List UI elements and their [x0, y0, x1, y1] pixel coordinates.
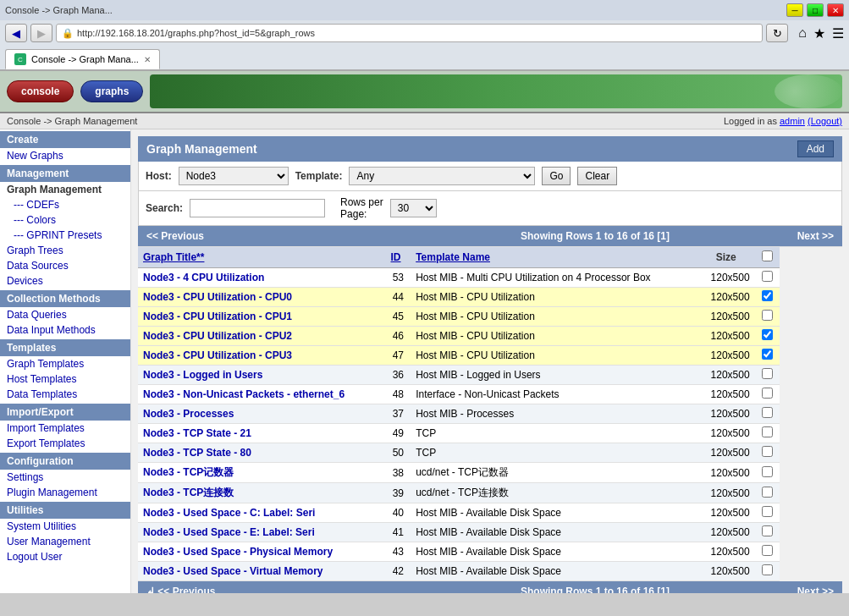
prev-link-top[interactable]: << Previous	[146, 230, 204, 242]
sidebar-item-graph-management[interactable]: Graph Management	[0, 182, 130, 197]
row-checkbox[interactable]	[762, 388, 773, 399]
sidebar-item-data-queries[interactable]: Data Queries	[0, 307, 130, 322]
admin-link[interactable]: admin	[780, 116, 805, 126]
cell-checkbox[interactable]	[755, 443, 780, 463]
refresh-button[interactable]: ↻	[766, 24, 788, 42]
graph-title-link[interactable]: Node3 - CPU Utilization - CPU1	[143, 311, 292, 322]
graph-title-link[interactable]: Node3 - TCP记数器	[143, 466, 234, 478]
cell-checkbox[interactable]	[755, 562, 780, 581]
sidebar-item-graph-trees[interactable]: Graph Trees	[0, 243, 130, 258]
graph-title-link[interactable]: Node3 - Used Space - Virtual Memory	[143, 565, 323, 577]
sidebar-item-host-templates[interactable]: Host Templates	[0, 371, 130, 387]
graph-title-link[interactable]: Node3 - TCP连接数	[143, 487, 234, 498]
row-checkbox[interactable]	[762, 506, 773, 517]
cell-checkbox[interactable]	[755, 327, 780, 346]
row-checkbox[interactable]	[762, 310, 773, 321]
cell-checkbox[interactable]	[755, 307, 780, 327]
sidebar-item-plugin-management[interactable]: Plugin Management	[0, 485, 130, 500]
graph-title-link[interactable]: Node3 - TCP State - 80	[143, 447, 251, 459]
cell-checkbox[interactable]	[755, 366, 780, 385]
forward-button[interactable]: ▶	[30, 24, 52, 42]
graph-title-link[interactable]: Node3 - Non-Unicast Packets - ethernet_6	[143, 388, 345, 400]
row-checkbox[interactable]	[762, 271, 773, 282]
cell-checkbox[interactable]	[755, 404, 780, 424]
cell-checkbox[interactable]	[755, 542, 780, 562]
search-input[interactable]	[190, 199, 325, 217]
row-checkbox[interactable]	[762, 487, 773, 498]
sidebar-item-data-sources[interactable]: Data Sources	[0, 258, 130, 273]
cell-checkbox[interactable]	[755, 463, 780, 483]
cell-checkbox[interactable]	[755, 523, 780, 542]
graph-title-link[interactable]: Node3 - CPU Utilization - CPU3	[143, 349, 292, 361]
sidebar-item-colors[interactable]: --- Colors	[0, 212, 130, 228]
add-button[interactable]: Add	[797, 140, 834, 157]
maximize-button[interactable]: □	[807, 3, 824, 17]
row-checkbox[interactable]	[762, 545, 773, 556]
graph-title-link[interactable]: Node3 - TCP State - 21	[143, 427, 251, 439]
graph-title-link[interactable]: Node3 - Used Space - E: Label: Seri	[143, 526, 315, 538]
row-checkbox[interactable]	[762, 446, 773, 457]
graph-title-link[interactable]: Node3 - CPU Utilization - CPU0	[143, 291, 292, 303]
graph-title-link[interactable]: Node3 - Logged in Users	[143, 369, 262, 381]
row-checkbox[interactable]	[762, 368, 773, 379]
clear-button[interactable]: Clear	[577, 167, 617, 185]
console-tab[interactable]: console	[7, 80, 74, 102]
cell-checkbox[interactable]	[755, 483, 780, 503]
sidebar-item-cdef[interactable]: --- CDEFs	[0, 197, 130, 212]
star-icon[interactable]: ★	[813, 25, 825, 41]
tab-graph-management[interactable]: C Console -> Graph Mana... ✕	[5, 49, 160, 69]
col-title-header[interactable]: Graph Title**	[138, 247, 386, 268]
row-checkbox[interactable]	[762, 407, 773, 418]
row-checkbox[interactable]	[762, 329, 773, 340]
rows-per-page-select[interactable]: 30 10 20 40 50	[390, 199, 437, 217]
tab-close-icon[interactable]: ✕	[144, 55, 151, 64]
cell-checkbox[interactable]	[755, 385, 780, 404]
sidebar-item-gprint[interactable]: --- GPRINT Presets	[0, 228, 130, 243]
col-id-header[interactable]: ID	[386, 247, 411, 268]
next-link-bottom[interactable]: Next >>	[797, 586, 834, 593]
address-bar[interactable]: 🔒 http://192.168.18.201/graphs.php?host_…	[56, 24, 763, 42]
template-select[interactable]: Any Host MIB - CPU Utilization Host MIB …	[349, 167, 535, 185]
row-checkbox[interactable]	[762, 564, 773, 575]
graphs-tab[interactable]: graphs	[80, 80, 143, 102]
sidebar-item-new-graphs[interactable]: New Graphs	[0, 148, 130, 163]
row-checkbox[interactable]	[762, 466, 773, 477]
next-link-top[interactable]: Next >>	[797, 230, 834, 242]
back-button[interactable]: ◀	[5, 24, 27, 42]
sidebar-item-system-utilities[interactable]: System Utilities	[0, 519, 130, 534]
menu-icon[interactable]: ☰	[832, 25, 844, 41]
row-checkbox[interactable]	[762, 525, 773, 536]
graph-title-link[interactable]: Node3 - 4 CPU Utilization	[143, 272, 264, 283]
logout-link[interactable]: (Logout)	[808, 116, 842, 126]
graph-title-link[interactable]: Node3 - CPU Utilization - CPU2	[143, 330, 292, 342]
close-button[interactable]: ✕	[827, 3, 844, 17]
graph-title-link[interactable]: Node3 - Used Space - Physical Memory	[143, 546, 333, 558]
sidebar-item-data-templates[interactable]: Data Templates	[0, 387, 130, 402]
sidebar-item-export-templates[interactable]: Export Templates	[0, 436, 130, 451]
select-all-checkbox[interactable]	[762, 250, 773, 261]
cell-checkbox[interactable]	[755, 346, 780, 366]
row-checkbox[interactable]	[762, 426, 773, 437]
sidebar-item-data-input-methods[interactable]: Data Input Methods	[0, 322, 130, 338]
sidebar-item-settings[interactable]: Settings	[0, 470, 130, 485]
sidebar-item-import-templates[interactable]: Import Templates	[0, 421, 130, 436]
graph-title-link[interactable]: Node3 - Used Space - C: Label: Seri	[143, 507, 315, 519]
minimize-button[interactable]: ─	[786, 3, 803, 17]
sidebar-item-logout-user[interactable]: Logout User	[0, 549, 130, 564]
row-checkbox[interactable]	[762, 290, 773, 301]
col-checkbox-header[interactable]	[755, 247, 780, 268]
sidebar-item-user-management[interactable]: User Management	[0, 534, 130, 549]
cell-checkbox[interactable]	[755, 503, 780, 523]
col-template-header[interactable]: Template Name	[411, 247, 697, 268]
cell-checkbox[interactable]	[755, 288, 780, 307]
row-checkbox[interactable]	[762, 349, 773, 360]
graph-title-link[interactable]: Node3 - Processes	[143, 408, 234, 420]
cell-checkbox[interactable]	[755, 424, 780, 443]
cell-checkbox[interactable]	[755, 268, 780, 288]
home-icon[interactable]: ⌂	[798, 25, 807, 41]
sidebar-item-devices[interactable]: Devices	[0, 273, 130, 289]
prev-link-bottom[interactable]: << Previous	[157, 586, 215, 593]
sidebar-item-graph-templates[interactable]: Graph Templates	[0, 356, 130, 371]
go-button[interactable]: Go	[542, 167, 571, 185]
host-select[interactable]: Node3	[179, 167, 289, 185]
